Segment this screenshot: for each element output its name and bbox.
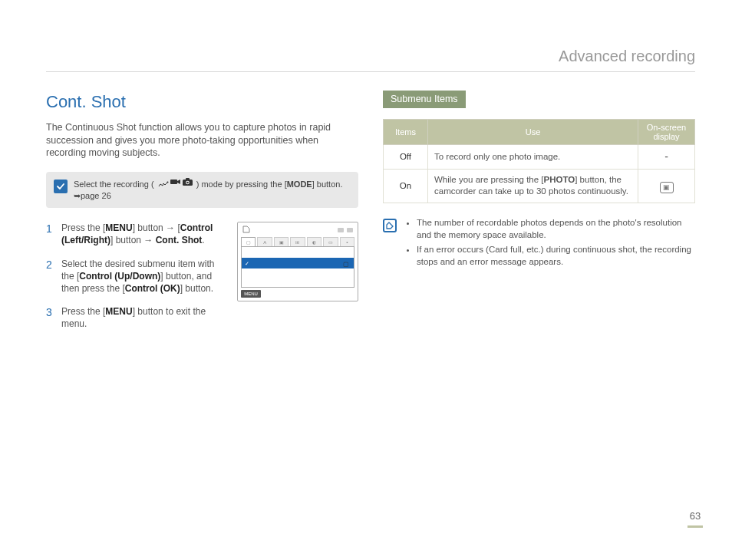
section-title: Cont. Shot: [46, 91, 358, 114]
svg-rect-1: [170, 180, 177, 184]
lcd-preview: ▢ A ▣ ⊞ ◐ ▭ ▪ ✓ ▢ MENU: [237, 222, 358, 301]
lcd-menu-badge: MENU: [241, 290, 261, 298]
lcd-tab: ▭: [323, 237, 338, 246]
table-row: Off To record only one photo image. -: [384, 145, 695, 170]
intro-text: The Continuous Shot function allows you …: [46, 121, 358, 160]
left-column: Cont. Shot The Continuous Shot function …: [46, 91, 358, 529]
svg-point-4: [186, 182, 189, 184]
lcd-tabs: ▢ A ▣ ⊞ ◐ ▭ ▪: [241, 237, 354, 246]
sd-card-icon: [242, 224, 250, 236]
row-use: While you are pressing the [PHOTO] butto…: [428, 169, 638, 203]
lcd-tab: A: [257, 237, 272, 246]
lcd-tab: ▪: [340, 237, 354, 246]
row-item: Off: [384, 145, 428, 170]
info-item: If an error occurs (Card full, etc.) dur…: [417, 244, 695, 268]
lcd-row-selected: ✓: [242, 258, 354, 268]
lcd-tab: ▢: [241, 237, 256, 246]
submenu-title: Submenu Items: [383, 91, 466, 108]
submenu-table: Items Use On-screen display Off To recor…: [383, 119, 695, 203]
page-ref-arrow: ➥: [74, 191, 81, 200]
row-display: -: [638, 145, 695, 170]
lcd-status-icons: [338, 228, 353, 232]
step-1: 1 Press the [MENU] button → [Control (Le…: [46, 222, 228, 246]
table-header-use: Use: [428, 119, 638, 144]
note-box: Select the recording ( ) mode by pressin…: [46, 172, 358, 208]
right-column: Submenu Items Items Use On-screen displa…: [383, 91, 695, 529]
cont-shot-icon: ▣: [660, 182, 674, 193]
svg-rect-5: [186, 178, 190, 180]
hand-icon: [158, 180, 169, 188]
row-item: On: [384, 169, 428, 203]
svg-point-0: [167, 181, 168, 183]
step-2: 2 Select the desired submenu item with t…: [46, 258, 228, 295]
video-icon: [170, 178, 181, 189]
note-text: Select the recording ( ) mode by pressin…: [74, 178, 351, 202]
lcd-row: [242, 247, 354, 258]
step-number: 1: [46, 222, 55, 246]
page-header: Advanced recording: [46, 46, 695, 72]
lcd-cont-icon: ▢: [343, 261, 351, 268]
table-row: On While you are pressing the [PHOTO] bu…: [384, 169, 695, 203]
step-number: 2: [46, 258, 55, 295]
camera-icon: [183, 178, 193, 189]
step-number: 3: [46, 305, 55, 330]
row-display: ▣: [638, 169, 695, 203]
info-list: The number of recordable photos depends …: [404, 217, 695, 271]
lcd-tab: ⊞: [290, 237, 305, 246]
table-header-display: On-screen display: [638, 119, 695, 144]
info-item: The number of recordable photos depends …: [417, 217, 695, 241]
check-icon: [54, 180, 68, 193]
info-box: The number of recordable photos depends …: [383, 217, 695, 271]
row-use: To record only one photo image.: [428, 145, 638, 170]
table-header-items: Items: [384, 119, 428, 144]
info-icon: [383, 219, 397, 232]
lcd-tab: ▣: [274, 237, 289, 246]
lcd-tab: ◐: [307, 237, 321, 246]
lcd-body: ✓ ▢: [241, 246, 354, 288]
steps-list: 1 Press the [MENU] button → [Control (Le…: [46, 222, 228, 341]
page-number: 63: [687, 509, 703, 528]
step-3: 3 Press the [MENU] button to exit the me…: [46, 305, 228, 330]
